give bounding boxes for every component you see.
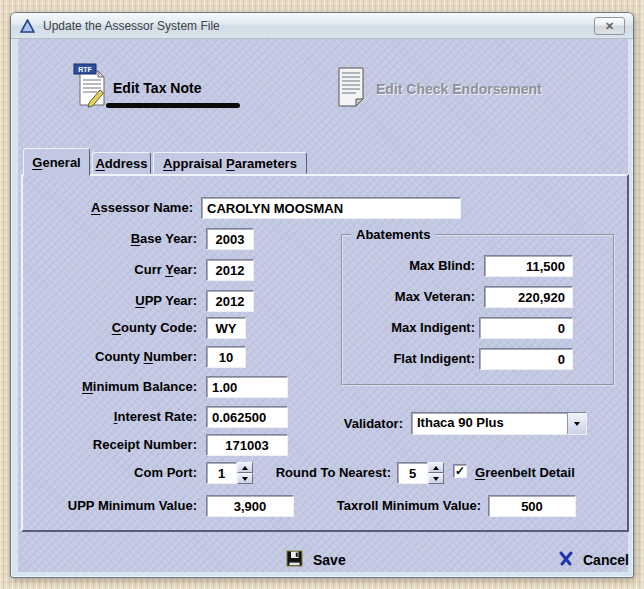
receipt-number-field[interactable]: 171003 [206,434,288,456]
upp-year-label: UPP Year: [23,293,197,308]
greenbelt-detail-checkbox[interactable]: ✓ [453,464,467,478]
minimum-balance-label: Minimum Balance: [23,379,197,394]
validator-dropdown-button[interactable] [567,413,586,434]
curr-year-field[interactable]: 2012 [206,259,254,281]
check-endorsement-document-icon [336,66,366,112]
round-to-nearest-label: Round To Nearest: [223,465,391,480]
upp-year-field[interactable]: 2012 [206,290,254,312]
rtf-document-icon: RTF [73,63,107,113]
edit-check-endorsement-button[interactable]: Edit Check Endorsement [336,67,542,111]
taxroll-minimum-value-label: Taxroll Minimum Value: [293,498,481,513]
upp-minimum-value-label: UPP Minimum Value: [23,498,197,513]
chevron-down-icon [574,422,580,426]
tab-address-label: Address [95,156,147,171]
curr-year-label: Curr Year: [23,262,197,277]
county-code-field[interactable]: WY [206,317,246,339]
assessor-name-field[interactable]: CAROLYN MOOSMAN [201,197,461,219]
tax-note-marker-underline [106,103,240,108]
save-button-label: Save [313,552,346,568]
close-icon: ✕ [605,20,614,32]
abatements-groupbox: Abatements Max Blind: 11,500 Max Veteran… [341,234,615,386]
minimum-balance-field[interactable]: 1.00 [206,376,288,398]
max-indigent-field[interactable]: 0 [479,317,573,339]
svg-text:RTF: RTF [78,66,92,73]
tab-general[interactable]: General [23,148,90,176]
save-button[interactable]: Save [286,547,346,573]
receipt-number-label: Receipt Number: [23,437,197,452]
cancel-button-label: Cancel [583,552,629,568]
max-veteran-field[interactable]: 220,920 [484,286,573,308]
max-veteran-label: Max Veteran: [343,289,475,304]
max-blind-label: Max Blind: [343,258,475,273]
interest-rate-label: Interest Rate: [23,409,197,424]
close-button[interactable]: ✕ [594,17,625,35]
base-year-label: Base Year: [23,231,197,246]
tab-appraisal-parameters[interactable]: Appraisal Parameters [153,152,307,174]
upp-minimum-value-field[interactable]: 3,900 [206,495,294,517]
tab-appraisal-parameters-label: Appraisal Parameters [163,156,297,171]
window-title: Update the Assessor System File [43,19,220,33]
com-port-label: Com Port: [23,465,197,480]
max-indigent-label: Max Indigent: [343,320,475,335]
assessor-name-label: Assessor Name: [23,200,193,215]
base-year-field[interactable]: 2003 [206,228,254,250]
edit-tax-note-label: Edit Tax Note [113,80,201,96]
validator-label: Validator: [263,416,403,431]
greenbelt-detail-label: Greenbelt Detail [475,465,575,480]
dialog-client-area: RTF Edit Tax Note Edit Check Endorsement [18,39,628,572]
tab-address[interactable]: Address [92,152,151,174]
cancel-x-icon [558,551,573,570]
taxroll-minimum-value-field[interactable]: 500 [488,495,576,517]
flat-indigent-field[interactable]: 0 [479,348,573,370]
round-to-nearest-spinner [428,462,444,484]
county-code-label: County Code: [23,320,197,335]
assessor-system-dialog: Update the Assessor System File ✕ RTF [10,12,634,578]
county-number-field[interactable]: 10 [206,346,246,368]
round-spin-up-icon[interactable] [428,462,444,473]
general-tab-panel: Assessor Name: Base Year: Curr Year: UPP… [21,174,629,532]
county-number-label: County Number: [23,349,197,364]
validator-combobox[interactable]: Ithaca 90 Plus [411,412,587,435]
round-spin-down-icon[interactable] [428,473,444,484]
app-triangle-icon [20,19,35,33]
title-bar: Update the Assessor System File ✕ [11,13,633,39]
flat-indigent-label: Flat Indigent: [343,351,475,366]
tab-general-label: General [32,155,80,170]
cancel-button[interactable]: Cancel [558,547,629,573]
edit-check-endorsement-label: Edit Check Endorsement [376,81,542,97]
validator-selected-value: Ithaca 90 Plus [412,413,567,434]
checkmark-icon: ✓ [455,464,465,478]
max-blind-field[interactable]: 11,500 [484,255,573,277]
floppy-disk-icon [286,550,303,571]
round-to-nearest-field[interactable]: 5 [397,462,428,484]
abatements-legend: Abatements [351,227,435,242]
